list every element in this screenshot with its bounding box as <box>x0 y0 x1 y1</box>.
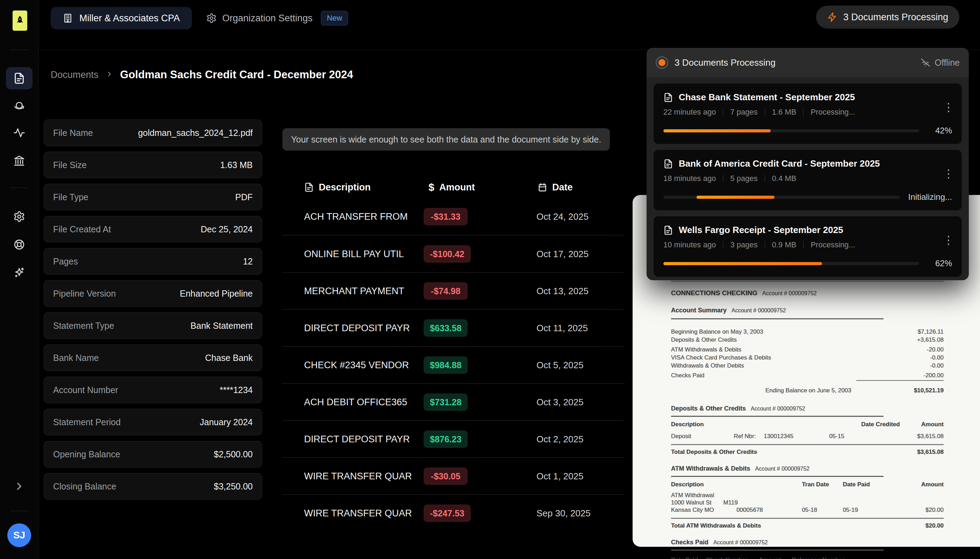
progress-label: Initializing... <box>908 192 952 202</box>
kebab-menu-icon[interactable]: ⋮ <box>943 104 954 111</box>
progress-label: 42% <box>927 126 952 136</box>
sparkles-icon <box>13 266 25 278</box>
rocket-logo-icon <box>15 13 25 28</box>
kebab-menu-icon[interactable]: ⋮ <box>943 170 954 177</box>
metadata-row: File Created At Dec 25, 2024 <box>44 216 262 243</box>
description-column-header: Description <box>304 182 371 193</box>
processing-doc-card[interactable]: Chase Bank Statement - September 2025 22… <box>654 83 962 144</box>
processing-spinner-icon <box>656 56 668 69</box>
life-buoy-icon <box>13 239 25 250</box>
organization-name: Miller & Associates CPA <box>79 13 180 24</box>
processing-doc-meta: 18 minutes ago 5 pages 0.4 MB <box>663 174 952 183</box>
breadcrumb: Documents Goldman Sachs Credit Card - De… <box>51 68 353 81</box>
processing-doc-title: Bank of America Credit Card - September … <box>679 158 880 169</box>
activity-icon <box>13 127 25 139</box>
sidebar-item-help[interactable] <box>6 233 33 256</box>
kebab-menu-icon[interactable]: ⋮ <box>943 237 954 243</box>
progress-bar <box>663 129 919 132</box>
amount-badge: -$30.05 <box>424 468 468 485</box>
screen-width-notice: Your screen is wide enough to see both t… <box>282 128 610 150</box>
transaction-date: Oct 2, 2025 <box>536 421 583 458</box>
transactions-table: Description $ Amount Date ACH TRANSFER F… <box>282 177 625 531</box>
processing-doc-card[interactable]: Bank of America Credit Card - September … <box>654 150 962 210</box>
processing-popup: 3 Documents Processing Offline Chase Ban… <box>647 48 969 280</box>
sidebar-item-documents[interactable] <box>6 67 33 89</box>
progress-bar <box>663 262 919 265</box>
transaction-description: DIRECT DEPOSIT PAYR <box>304 309 428 347</box>
metadata-label: Opening Balance <box>53 449 120 460</box>
amount-badge: $731.28 <box>424 394 468 411</box>
metadata-row: File Size 1.63 MB <box>44 152 262 178</box>
transaction-date: Oct 5, 2025 <box>536 347 583 384</box>
amount-badge: $984.88 <box>424 356 468 374</box>
table-row[interactable]: MERCHANT PAYMENT -$74.98 Oct 13, 2025 <box>282 272 625 309</box>
table-row[interactable]: ACH TRANSFER FROM -$31.33 Oct 24, 2025 <box>282 198 625 235</box>
gear-icon <box>13 211 25 223</box>
table-row[interactable]: WIRE TRANSFER QUAR -$30.05 Oct 1, 2025 <box>282 457 625 495</box>
table-row[interactable]: CHECK #2345 VENDOR $984.88 Oct 5, 2025 <box>282 346 625 383</box>
table-row[interactable]: ACH DEBIT OFFICE365 $731.28 Oct 3, 2025 <box>282 383 625 420</box>
organization-settings-link[interactable]: Organization Settings New <box>206 7 348 29</box>
sidebar-divider <box>10 50 29 50</box>
amount-badge: $633.58 <box>424 319 468 337</box>
metadata-value: 1.63 MB <box>220 160 253 170</box>
metadata-label: File Created At <box>53 224 111 235</box>
metadata-value: $3,250.00 <box>214 481 253 491</box>
table-row[interactable]: ONLINE BILL PAY UTIL -$100.42 Oct 17, 20… <box>282 235 625 272</box>
table-row[interactable]: DIRECT DEPOSIT PAYR $633.58 Oct 11, 2025 <box>282 309 625 346</box>
sidebar-item-transactions[interactable] <box>6 95 33 117</box>
organization-button[interactable]: Miller & Associates CPA <box>51 7 192 29</box>
user-avatar[interactable]: SJ <box>7 523 31 547</box>
metadata-label: Closing Balance <box>53 481 116 491</box>
transaction-date: Oct 24, 2025 <box>536 198 589 235</box>
calendar-icon <box>538 182 547 192</box>
sidebar-item-ai[interactable] <box>6 261 33 284</box>
metadata-row: Statement Period January 2024 <box>44 409 262 435</box>
table-row[interactable]: DIRECT DEPOSIT PAYR $876.23 Oct 2, 2025 <box>282 420 625 457</box>
metadata-label: Account Number <box>53 385 118 395</box>
progress-label: 62% <box>927 258 952 268</box>
metadata-value: ****1234 <box>220 385 253 395</box>
documents-processing-button[interactable]: 3 Documents Processing <box>816 6 959 29</box>
amount-badge: -$31.33 <box>424 208 468 225</box>
atm-section-title: ATM Withdrawals & Debits <box>671 465 750 472</box>
sidebar-item-activity[interactable] <box>6 122 33 144</box>
ending-balance-label: Ending Balance on June 5, 2003 <box>765 386 851 394</box>
processing-doc-meta: 10 minutes ago 3 pages 0.9 MB Processing… <box>663 240 952 250</box>
metadata-row: Opening Balance $2,500.00 <box>44 441 262 468</box>
breadcrumb-documents[interactable]: Documents <box>51 69 99 80</box>
metadata-label: Statement Type <box>53 321 114 331</box>
metadata-label: File Name <box>53 128 93 138</box>
metadata-label: File Type <box>53 192 88 202</box>
currency-orbit-icon <box>13 100 25 112</box>
checks-section-title: Checks Paid <box>671 539 709 546</box>
processing-popup-header: 3 Documents Processing Offline <box>647 48 969 77</box>
processing-doc-card[interactable]: Wells Fargo Receipt - September 2025 10 … <box>654 216 962 277</box>
metadata-value: $2,500.00 <box>214 449 253 460</box>
metadata-value: 12 <box>243 256 253 266</box>
sidebar-item-institutions[interactable] <box>6 149 33 172</box>
sidebar-expand-button[interactable] <box>6 475 33 498</box>
transaction-description: DIRECT DEPOSIT PAYR <box>304 421 428 458</box>
transaction-description: ONLINE BILL PAY UTIL <box>304 235 428 273</box>
bank-icon <box>13 155 25 167</box>
transaction-date: Oct 11, 2025 <box>536 309 588 347</box>
amount-badge: -$74.98 <box>424 282 468 300</box>
dollar-icon: $ <box>429 181 434 193</box>
transaction-date: Oct 17, 2025 <box>536 235 589 273</box>
statement-account-number: Account # 000009752 <box>762 290 817 297</box>
transaction-description: ACH DEBIT OFFICE365 <box>304 384 428 421</box>
document-icon <box>13 72 25 84</box>
metadata-row: Closing Balance $3,250.00 <box>44 473 262 499</box>
table-row[interactable]: WIRE TRANSFER QUAR -$247.53 Sep 30, 2025 <box>282 495 625 531</box>
metadata-label: Statement Period <box>53 417 121 427</box>
document-icon <box>304 182 314 192</box>
documents-processing-label: 3 Documents Processing <box>843 12 948 23</box>
ending-balance-value: $10,521.19 <box>914 386 944 394</box>
processing-doc-title: Wells Fargo Receipt - September 2025 <box>679 225 843 235</box>
metadata-label: Bank Name <box>53 353 99 363</box>
sidebar-item-settings[interactable] <box>6 205 33 228</box>
app-logo[interactable] <box>13 10 27 31</box>
amount-badge: -$247.53 <box>424 504 471 522</box>
transaction-date: Oct 1, 2025 <box>536 458 583 495</box>
